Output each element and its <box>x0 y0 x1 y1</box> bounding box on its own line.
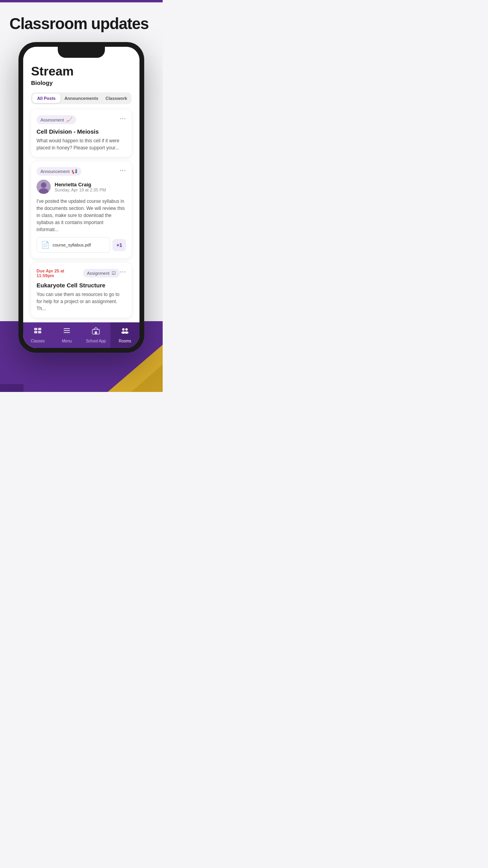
assignment-card: Due Apr 25 at 11:59pm Assignment ☑ ··· E… <box>31 263 132 318</box>
announcement-card-header: Announcement 📢 ··· <box>37 167 126 176</box>
bottom-nav: Classes Menu <box>23 322 139 348</box>
rooms-icon <box>121 326 129 337</box>
checkbox-icon: ☑ <box>112 270 116 276</box>
dark-purple-accent <box>0 384 24 392</box>
assessment-title: Cell Division - Meiosis <box>37 128 126 135</box>
svg-rect-8 <box>64 330 70 331</box>
svg-rect-7 <box>64 328 70 329</box>
assessment-more-button[interactable]: ··· <box>120 115 126 122</box>
svg-rect-5 <box>34 331 37 333</box>
stream-subtitle: Biology <box>31 79 132 86</box>
assignment-body: You can use them as resources to go to f… <box>37 291 126 312</box>
announcement-badge-label: Announcement <box>40 169 70 174</box>
svg-point-12 <box>122 328 125 331</box>
school-app-icon <box>92 326 100 337</box>
nav-classes-label: Classes <box>31 339 45 343</box>
page-header: Classroom updates <box>0 2 163 42</box>
nav-rooms-label: Rooms <box>119 339 131 343</box>
due-date: Due Apr 25 at 11:59pm <box>37 268 80 278</box>
phone-notch <box>58 47 105 58</box>
svg-point-13 <box>125 328 128 331</box>
nav-classes[interactable]: Classes <box>23 322 52 348</box>
svg-rect-9 <box>64 332 70 333</box>
svg-rect-4 <box>38 328 41 330</box>
announcement-card: Announcement 📢 ··· <box>31 162 132 258</box>
assignment-title: Eukaryote Cell Structure <box>37 282 126 289</box>
classes-icon <box>33 326 42 337</box>
assessment-body: What would happen to this cell if it wer… <box>37 137 126 151</box>
assessment-badge-label: Assessment <box>40 118 64 122</box>
nav-menu[interactable]: Menu <box>52 322 81 348</box>
assignment-header-left: Due Apr 25 at 11:59pm Assignment ☑ <box>37 268 120 278</box>
svg-rect-3 <box>34 328 37 330</box>
tab-all-posts[interactable]: All Posts <box>32 94 61 103</box>
assignment-card-header: Due Apr 25 at 11:59pm Assignment ☑ ··· <box>37 268 126 278</box>
page-title: Classroom updates <box>9 15 153 33</box>
tab-classwork[interactable]: Classwork <box>102 94 130 103</box>
svg-point-15 <box>125 331 128 334</box>
stream-title: Stream <box>31 64 132 79</box>
announcement-badge: Announcement 📢 <box>37 167 81 176</box>
avatar <box>37 180 51 194</box>
nav-menu-label: Menu <box>62 339 72 343</box>
svg-rect-11 <box>95 331 97 334</box>
user-row: Henrietta Craig Sunday, Apr 19 at 2:35 P… <box>37 180 126 194</box>
user-date: Sunday, Apr 19 at 2:35 PM <box>55 188 106 192</box>
chart-icon: 📈 <box>66 117 72 123</box>
assignment-badge: Assignment ☑ <box>83 269 119 278</box>
menu-icon <box>62 326 71 337</box>
attachment-name: course_syllabus.pdf <box>53 243 91 247</box>
screen-content: Stream Biology All Posts Announcements C… <box>23 47 139 318</box>
assessment-card-header: Assessment 📈 ··· <box>37 115 126 124</box>
assessment-card: Assessment 📈 ··· Cell Division - Meiosis… <box>31 110 132 157</box>
announcement-body: I've posted the updated course syllabus … <box>37 198 126 233</box>
tab-bar: All Posts Announcements Classwork <box>31 92 132 104</box>
megaphone-icon: 📢 <box>72 169 77 174</box>
attachment-more[interactable]: +1 <box>112 239 126 251</box>
attachment-row: 📄 course_syllabus.pdf +1 <box>37 237 126 253</box>
svg-rect-6 <box>38 331 41 333</box>
nav-school-app[interactable]: School App <box>81 322 110 348</box>
nav-school-app-label: School App <box>86 339 106 343</box>
svg-point-1 <box>41 182 46 188</box>
phone-frame: Stream Biology All Posts Announcements C… <box>18 42 144 353</box>
phone-screen: Stream Biology All Posts Announcements C… <box>23 47 139 348</box>
pdf-icon: 📄 <box>41 241 50 249</box>
announcement-more-button[interactable]: ··· <box>120 167 126 174</box>
assignment-badge-label: Assignment <box>87 271 109 276</box>
assignment-more-button[interactable]: ··· <box>120 268 126 276</box>
tab-announcements[interactable]: Announcements <box>63 94 100 103</box>
user-name: Henrietta Craig <box>55 182 106 188</box>
user-info: Henrietta Craig Sunday, Apr 19 at 2:35 P… <box>55 182 106 192</box>
nav-rooms[interactable]: Rooms <box>110 322 139 348</box>
attachment-box[interactable]: 📄 course_syllabus.pdf <box>37 237 110 253</box>
assessment-badge: Assessment 📈 <box>37 115 76 124</box>
